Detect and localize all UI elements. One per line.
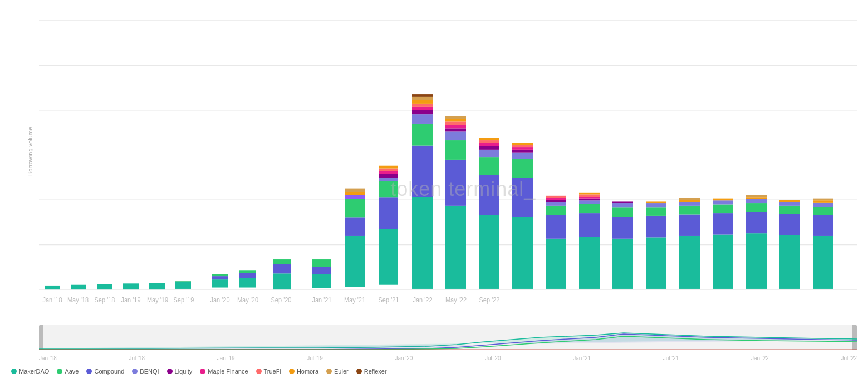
svg-rect-125 — [779, 235, 800, 289]
legend-item-reflexer: Reflexer — [356, 368, 387, 375]
svg-rect-71 — [479, 146, 499, 150]
svg-rect-30 — [273, 259, 291, 264]
svg-rect-131 — [813, 215, 833, 236]
svg-rect-124 — [746, 195, 767, 198]
svg-rect-45 — [379, 171, 398, 174]
svg-rect-20 — [175, 282, 191, 282]
svg-rect-81 — [512, 145, 533, 147]
svg-rect-98 — [612, 239, 633, 289]
svg-rect-31 — [312, 274, 331, 288]
svg-rect-127 — [779, 206, 800, 214]
chart-container: Borrowing volume token terminal_ $30.0b … — [0, 0, 868, 378]
svg-rect-105 — [646, 207, 666, 216]
main-chart-svg: $30.0b $25.0b $20.0b $15.0b $10.0b $5.0b… — [39, 11, 857, 306]
legend-item-euler: Euler — [326, 368, 349, 375]
mini-x-label: Jul '20 — [485, 355, 501, 361]
legend-dot-benqi — [132, 369, 138, 374]
svg-rect-118 — [713, 199, 733, 201]
svg-rect-112 — [679, 200, 700, 202]
legend-item-truefi: TrueFi — [256, 368, 281, 375]
mini-x-axis: Jan '18 Jul '18 Jan '19 Jul '19 Jan '20 … — [39, 355, 857, 361]
svg-text:May '22: May '22 — [445, 296, 467, 304]
svg-rect-67 — [479, 215, 499, 289]
svg-rect-95 — [579, 197, 600, 199]
y-axis-label: Borrowing volume — [27, 127, 33, 176]
svg-rect-117 — [713, 200, 733, 204]
svg-rect-54 — [412, 104, 433, 107]
mini-x-label: Jul '21 — [663, 355, 679, 361]
legend-dot-euler — [326, 369, 332, 374]
mini-x-label: Jul '19 — [307, 355, 323, 361]
svg-rect-111 — [679, 202, 700, 206]
legend-dot-truefi — [256, 369, 262, 374]
svg-rect-108 — [679, 236, 700, 289]
svg-rect-92 — [579, 204, 600, 213]
svg-rect-52 — [412, 110, 433, 114]
svg-rect-40 — [379, 229, 398, 285]
legend-label-maple: Maple Finance — [208, 368, 248, 375]
svg-rect-42 — [379, 181, 398, 197]
svg-rect-16 — [97, 284, 112, 290]
svg-rect-93 — [579, 200, 600, 204]
svg-rect-72 — [479, 143, 499, 146]
svg-text:Jan '18: Jan '18 — [42, 296, 62, 304]
svg-rect-79 — [512, 150, 533, 153]
legend-label-liquity: Liquity — [175, 368, 193, 375]
svg-rect-41 — [379, 197, 398, 229]
legend-dot-maple — [200, 369, 205, 374]
svg-rect-25 — [239, 278, 256, 288]
legend-label-homora: Homora — [297, 368, 318, 375]
svg-rect-78 — [512, 153, 533, 159]
svg-rect-66 — [445, 116, 466, 119]
mini-x-label: Jan '20 — [395, 355, 413, 361]
svg-rect-35 — [345, 217, 365, 236]
svg-rect-101 — [612, 203, 633, 207]
svg-rect-90 — [579, 237, 600, 289]
svg-rect-128 — [779, 202, 800, 206]
legend-item-compound: Compound — [86, 368, 124, 375]
svg-rect-46 — [379, 169, 398, 171]
mini-x-label: Jul '22 — [841, 355, 857, 361]
svg-rect-134 — [813, 200, 833, 203]
svg-rect-32 — [312, 267, 331, 274]
svg-rect-73 — [479, 140, 499, 143]
svg-rect-69 — [479, 157, 499, 175]
legend-label-reflexer: Reflexer — [364, 368, 387, 375]
legend-dot-reflexer — [356, 369, 362, 374]
legend-label-truefi: TrueFi — [264, 368, 281, 375]
svg-rect-89 — [546, 196, 566, 198]
legend-item-homora: Homora — [289, 368, 318, 375]
svg-rect-44 — [379, 174, 398, 178]
legend-dot-compound — [86, 369, 92, 374]
svg-rect-57 — [412, 94, 433, 97]
svg-rect-91 — [579, 213, 600, 237]
legend-dot-makerdao — [11, 369, 17, 374]
svg-rect-75 — [512, 217, 533, 289]
svg-rect-120 — [746, 212, 767, 233]
svg-text:Sep '18: Sep '18 — [95, 296, 115, 304]
legend-item-makerdao: MakerDAO — [11, 368, 49, 375]
svg-rect-58 — [445, 206, 466, 289]
svg-rect-102 — [612, 201, 633, 203]
mini-x-label: Jan '19 — [217, 355, 235, 361]
svg-rect-80 — [512, 147, 533, 150]
mini-x-label: Jul '18 — [129, 355, 145, 361]
svg-rect-107 — [646, 201, 666, 203]
legend-dot-aave — [57, 369, 62, 374]
legend-item-liquity: Liquity — [167, 368, 193, 375]
svg-rect-76 — [512, 178, 533, 217]
svg-rect-88 — [546, 198, 566, 200]
svg-rect-22 — [212, 279, 228, 287]
svg-rect-121 — [746, 203, 767, 212]
svg-rect-60 — [445, 140, 466, 160]
svg-text:May '19: May '19 — [147, 296, 168, 304]
mini-chart-svg — [39, 325, 857, 350]
legend: MakerDAO Aave Compound BENQI Liquity Map… — [11, 368, 387, 375]
svg-rect-86 — [546, 202, 566, 206]
svg-text:Sep '20: Sep '20 — [271, 296, 292, 304]
svg-rect-122 — [746, 199, 767, 203]
svg-text:May '18: May '18 — [67, 296, 89, 304]
svg-rect-23 — [212, 276, 228, 279]
mini-chart[interactable] — [39, 325, 857, 350]
svg-rect-63 — [445, 125, 466, 128]
